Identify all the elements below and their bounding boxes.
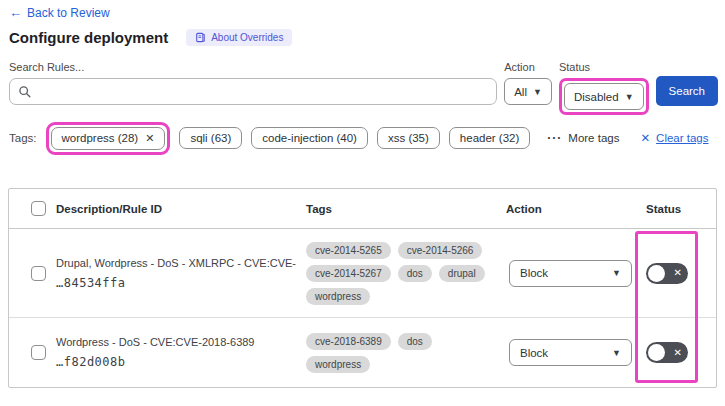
action-filter-value: All bbox=[514, 86, 527, 98]
rule-tag-pill: drupal bbox=[439, 265, 485, 282]
search-rules-group: Search Rules... bbox=[9, 61, 497, 105]
back-link-label: Back to Review bbox=[27, 6, 110, 20]
chevron-down-icon: ▼ bbox=[625, 92, 634, 102]
document-icon bbox=[195, 32, 206, 43]
column-header-action: Action bbox=[506, 203, 646, 215]
search-rules-input[interactable] bbox=[36, 80, 490, 103]
ellipsis-icon: ··· bbox=[547, 131, 562, 145]
search-rules-box bbox=[9, 78, 497, 105]
rule-description: Drupal, Wordpress - DoS - XMLRPC - CVE:C… bbox=[56, 257, 296, 269]
rule-id: …f82d008b bbox=[56, 355, 296, 369]
row-checkbox[interactable] bbox=[31, 345, 46, 360]
status-toggle[interactable]: ✕ bbox=[646, 263, 688, 284]
chevron-down-icon: ▼ bbox=[612, 268, 621, 278]
table-row: Wordpress - DoS - CVE:CVE-2018-6389 …f82… bbox=[9, 318, 716, 387]
row-checkbox[interactable] bbox=[31, 266, 46, 281]
action-filter-dropdown[interactable]: All ▼ bbox=[504, 78, 552, 105]
table-header-row: Description/Rule ID Tags Action Status bbox=[9, 189, 716, 229]
about-overrides-label: About Overrides bbox=[211, 32, 283, 43]
status-filter-group: Status Disabled ▼ bbox=[559, 61, 649, 115]
tag-chip-label: wordpress (28) bbox=[62, 132, 139, 144]
rule-tag-pill: cve-2014-5265 bbox=[306, 242, 391, 259]
tag-chip-wordpress[interactable]: wordpress (28) ✕ bbox=[51, 127, 166, 150]
rule-tag-pill: wordpress bbox=[306, 288, 370, 305]
row-checkbox-cell bbox=[9, 266, 56, 281]
rule-tag-pill: cve-2018-6389 bbox=[306, 333, 391, 350]
tag-chip-sqli[interactable]: sqli (63) bbox=[179, 127, 242, 149]
tag-chip-code-injection[interactable]: code-injection (40) bbox=[251, 127, 368, 149]
about-overrides-badge[interactable]: About Overrides bbox=[186, 29, 292, 46]
status-filter-highlight: Disabled ▼ bbox=[559, 78, 649, 115]
row-checkbox-cell bbox=[9, 345, 56, 360]
action-select-value: Block bbox=[520, 267, 548, 279]
rule-tag-pill: dos bbox=[398, 333, 432, 350]
toggle-knob bbox=[648, 265, 665, 282]
chevron-down-icon: ▼ bbox=[533, 87, 542, 97]
back-to-review-link[interactable]: ← Back to Review bbox=[9, 5, 110, 20]
rule-tags-cell: cve-2018-6389 dos wordpress bbox=[306, 333, 506, 373]
status-filter-value: Disabled bbox=[574, 91, 619, 103]
status-filter-label: Status bbox=[559, 61, 649, 74]
tag-chip-xss[interactable]: xss (35) bbox=[377, 127, 440, 149]
rule-tag-pill: cve-2014-5266 bbox=[398, 242, 483, 259]
more-tags-label: More tags bbox=[568, 132, 619, 144]
remove-tag-icon[interactable]: ✕ bbox=[145, 132, 154, 145]
search-rules-label: Search Rules... bbox=[9, 61, 497, 74]
rule-tag-pill: wordpress bbox=[306, 356, 370, 373]
configure-deployment-page: ← Back to Review Configure deployment Ab… bbox=[0, 0, 725, 406]
rule-description: Wordpress - DoS - CVE:CVE-2018-6389 bbox=[56, 336, 296, 348]
rule-description-cell: Drupal, Wordpress - DoS - XMLRPC - CVE:C… bbox=[56, 257, 306, 290]
table-row: Drupal, Wordpress - DoS - XMLRPC - CVE:C… bbox=[9, 229, 716, 318]
toggle-off-icon: ✕ bbox=[674, 346, 682, 360]
clear-tags-label: Clear tags bbox=[656, 132, 708, 144]
action-select[interactable]: Block ▼ bbox=[509, 339, 632, 366]
rule-status-cell: ✕ bbox=[646, 342, 718, 363]
action-filter-group: Action All ▼ bbox=[504, 61, 552, 105]
filter-controls: Search Rules... Action All ▼ Status bbox=[9, 61, 718, 115]
status-filter-dropdown[interactable]: Disabled ▼ bbox=[564, 83, 644, 110]
clear-x-icon: ✕ bbox=[640, 131, 650, 145]
status-toggle[interactable]: ✕ bbox=[646, 342, 688, 363]
search-button[interactable]: Search bbox=[656, 76, 718, 106]
tags-bar-label: Tags: bbox=[9, 132, 37, 144]
rule-id: …84534ffa bbox=[56, 276, 296, 290]
tag-chip-header[interactable]: header (32) bbox=[449, 127, 530, 149]
rule-action-cell: Block ▼ bbox=[506, 339, 646, 366]
toggle-off-icon: ✕ bbox=[674, 266, 682, 280]
back-arrow-icon: ← bbox=[9, 5, 22, 20]
rule-status-cell: ✕ bbox=[646, 263, 718, 284]
page-title: Configure deployment bbox=[9, 29, 168, 46]
toggle-knob bbox=[648, 344, 665, 361]
select-all-cell bbox=[9, 201, 56, 216]
tags-bar: Tags: wordpress (28) ✕ sqli (63) code-in… bbox=[9, 120, 725, 156]
action-select-value: Block bbox=[520, 347, 548, 359]
rule-description-cell: Wordpress - DoS - CVE:CVE-2018-6389 …f82… bbox=[56, 336, 306, 369]
action-select[interactable]: Block ▼ bbox=[509, 260, 632, 287]
rule-action-cell: Block ▼ bbox=[506, 260, 646, 287]
rule-tag-pill: dos bbox=[398, 265, 432, 282]
column-header-description: Description/Rule ID bbox=[56, 203, 306, 215]
chevron-down-icon: ▼ bbox=[612, 348, 621, 358]
selected-tag-highlight: wordpress (28) ✕ bbox=[46, 122, 171, 155]
heading-row: Configure deployment About Overrides bbox=[9, 29, 292, 46]
clear-tags-button[interactable]: ✕ Clear tags bbox=[640, 131, 708, 145]
select-all-checkbox[interactable] bbox=[31, 201, 46, 216]
rule-tags-cell: cve-2014-5265 cve-2014-5266 cve-2014-526… bbox=[306, 242, 506, 305]
column-header-tags: Tags bbox=[306, 203, 506, 215]
more-tags-button[interactable]: ··· More tags bbox=[547, 131, 619, 145]
column-header-status: Status bbox=[646, 203, 718, 215]
action-filter-label: Action bbox=[504, 61, 552, 74]
rule-tag-pill: cve-2014-5267 bbox=[306, 265, 391, 282]
rules-table: Description/Rule ID Tags Action Status D… bbox=[8, 188, 717, 388]
